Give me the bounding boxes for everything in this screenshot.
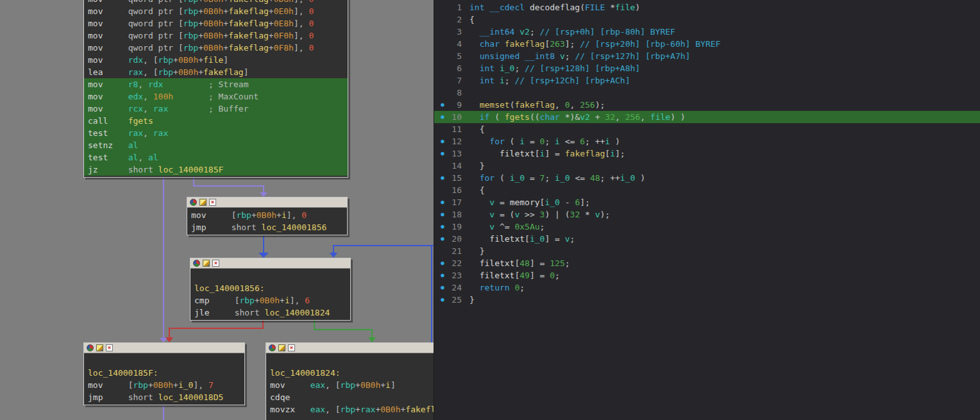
asm-line[interactable]: mov qword ptr [rbp+0B0h+fakeflag+0E8h], … — [84, 17, 348, 29]
node-color-icon[interactable] — [190, 199, 197, 206]
asm-node-init-i[interactable]: × mov [rbp+0B0h+i], 0jmp short loc_14000… — [187, 197, 348, 235]
node-edit-icon[interactable] — [96, 344, 103, 351]
asm-line[interactable]: cmp [rbp+0B0h+i], 6 — [190, 294, 350, 307]
asm-line[interactable]: mov rcx, rax ; Buffer — [84, 103, 348, 115]
pseudocode-text: } — [469, 160, 484, 172]
asm-node-loc-140001856[interactable]: × loc_140001856:cmp [rbp+0B0h+i], 6jle s… — [190, 258, 351, 321]
pseudocode-line[interactable]: ●17 v = memory[i_0 - 6]; — [434, 196, 980, 208]
pseudocode-view[interactable]: 1int __cdecl decodeflag(FILE *file)2{3 _… — [434, 0, 980, 420]
pseudocode-line[interactable]: 6 int i_0; // [rsp+128h] [rbp+A8h] — [434, 62, 980, 74]
node-chart-icon[interactable]: × — [106, 344, 113, 351]
node-color-icon[interactable] — [269, 344, 276, 351]
address-dot-empty — [439, 123, 446, 135]
asm-line[interactable]: loc_140001824: — [266, 367, 434, 379]
asm-line[interactable]: loc_14000185F: — [84, 367, 244, 379]
pseudocode-text: if ( fgets((char *)&v2 + 32, 256, file) … — [469, 111, 686, 123]
pseudocode-line[interactable]: 11 { — [434, 123, 980, 135]
pseudocode-text: return 0; — [469, 281, 525, 294]
pseudocode-line[interactable]: 5 unsigned __int8 v; // [rsp+127h] [rbp+… — [434, 50, 980, 62]
asm-line[interactable]: mov qword ptr [rbp+0B0h+fakeflag+0F8h], … — [84, 42, 348, 54]
pseudocode-text: filetxt[i] = fakeflag[i]; — [469, 147, 625, 160]
pseudocode-line[interactable]: 4 char fakeflag[263]; // [rsp+20h] [rbp-… — [434, 38, 980, 50]
asm-line[interactable]: mov qword ptr [rbp+0B0h+fakeflag+0D8h], … — [84, 0, 348, 5]
pseudocode-line[interactable]: 7 int i; // [rsp+12Ch] [rbp+ACh] — [434, 74, 980, 87]
line-number: 17 — [446, 196, 462, 208]
pseudocode-line[interactable]: ●22 filetxt[48] = 125; — [434, 257, 980, 269]
node-edit-icon[interactable] — [199, 199, 207, 206]
pseudocode-line[interactable]: ●18 v = (v >> 3) | (32 * v); — [434, 208, 980, 221]
asm-line[interactable]: jmp short loc_1400018D5 — [84, 391, 244, 403]
asm-line[interactable]: mov edx, 100h ; MaxCount — [84, 90, 348, 103]
graph-view[interactable]: mov qword ptr [rbp+0B0h+fakeflag+0D8h], … — [0, 0, 434, 420]
pseudocode-line[interactable]: 8 — [434, 87, 980, 99]
asm-line[interactable]: mov eax, [rbp+0B0h+i] — [266, 379, 434, 391]
asm-node-loc185f-body: loc_14000185F:mov [rbp+0B0h+i_0], 7jmp s… — [84, 353, 244, 405]
pseudocode-line[interactable]: ●25} — [434, 294, 980, 306]
asm-line[interactable]: mov [rbp+0B0h+i], 0 — [187, 209, 347, 221]
node-chart-icon[interactable]: × — [209, 199, 216, 206]
pseudocode-line[interactable]: ●12 for ( i = 0; i <= 6; ++i ) — [434, 135, 980, 147]
pseudocode-text: } — [469, 245, 484, 257]
pseudocode-text: { — [469, 123, 484, 135]
asm-line[interactable]: test rax, rax — [84, 127, 348, 139]
asm-line[interactable]: mov qword ptr [rbp+0B0h+fakeflag+0F0h], … — [84, 29, 348, 42]
asm-line[interactable]: cdqe — [266, 391, 434, 403]
asm-node-loc-140001824[interactable]: × loc_140001824:mov eax, [rbp+0B0h+i]cdq… — [266, 342, 434, 420]
node-chart-icon[interactable]: × — [288, 344, 295, 351]
address-dot-icon: ● — [439, 147, 446, 160]
asm-line[interactable]: mov r8, rdx ; Stream — [84, 78, 348, 90]
pseudocode-line[interactable]: ●19 v ^= 0x5Au; — [434, 221, 980, 233]
asm-line[interactable]: test al, al — [84, 151, 348, 164]
node-color-icon[interactable] — [87, 344, 94, 351]
pseudocode-line[interactable]: ●20 filetxt[i_0] = v; — [434, 233, 980, 245]
pseudocode-line[interactable]: ●23 filetxt[49] = 0; — [434, 269, 980, 281]
pseudocode-text: filetxt[48] = 125; — [469, 257, 570, 269]
asm-line[interactable]: loc_140001856: — [190, 282, 350, 294]
line-number: 7 — [446, 74, 462, 87]
asm-line[interactable]: jz short loc_14000185F — [84, 164, 348, 176]
pseudocode-line[interactable]: 1int __cdecl decodeflag(FILE *file) — [434, 1, 980, 13]
line-number: 1 — [446, 1, 462, 13]
line-number: 9 — [446, 99, 462, 111]
address-dot-icon: ● — [439, 99, 446, 111]
address-dot-icon: ● — [439, 257, 446, 269]
pseudocode-text: memset(fakeflag, 0, 256); — [469, 99, 605, 111]
asm-line[interactable]: movzx eax, [rbp+rax+0B0h+fakeflag] — [266, 403, 434, 416]
pseudocode-line[interactable]: ●13 filetxt[i] = fakeflag[i]; — [434, 147, 980, 160]
node-edit-icon[interactable] — [278, 344, 285, 351]
pseudocode-line[interactable]: 14 } — [434, 160, 980, 172]
asm-line[interactable] — [266, 355, 434, 367]
asm-line[interactable] — [190, 270, 350, 282]
pseudocode-line[interactable]: 3 __int64 v2; // [rsp+0h] [rbp-80h] BYRE… — [434, 26, 980, 38]
asm-line[interactable]: mov [rbp+0B0h+i_0], 7 — [84, 379, 244, 391]
pseudocode-text: int i_0; // [rsp+128h] [rbp+A8h] — [469, 62, 640, 74]
node-header: × — [266, 343, 434, 353]
pseudocode-line-current[interactable]: ●10 if ( fgets((char *)&v2 + 32, 256, fi… — [434, 111, 980, 123]
asm-line[interactable]: call fgets — [84, 115, 348, 127]
pseudocode-line[interactable]: ●15 for ( i_0 = 7; i_0 <= 48; ++i_0 ) — [434, 172, 980, 184]
asm-line[interactable]: mov rdx, [rbp+0B0h+file] — [84, 54, 348, 66]
pseudocode-text: v = (v >> 3) | (32 * v); — [469, 208, 610, 221]
pseudocode-line[interactable]: 21 } — [434, 245, 980, 257]
asm-node-loc-14000185F[interactable]: × loc_14000185F:mov [rbp+0B0h+i_0], 7jmp… — [83, 342, 245, 405]
edge-top-to-loc185f — [160, 178, 167, 342]
pseudocode-line[interactable]: 16 { — [434, 184, 980, 196]
asm-line[interactable]: jle short loc_140001824 — [190, 307, 350, 319]
node-chart-icon[interactable]: × — [212, 260, 219, 267]
address-dot-icon: ● — [439, 221, 446, 233]
pseudocode-line[interactable]: ●24 return 0; — [434, 281, 980, 294]
node-edit-icon[interactable] — [203, 260, 210, 267]
pseudocode-line[interactable]: 2{ — [434, 13, 980, 26]
asm-line[interactable]: lea rax, [rbp+0B0h+fakeflag] — [84, 66, 348, 78]
address-dot-icon: ● — [439, 172, 446, 184]
asm-node-entry[interactable]: mov qword ptr [rbp+0B0h+fakeflag+0D8h], … — [83, 0, 348, 178]
line-number: 12 — [446, 135, 462, 147]
pseudocode-line[interactable]: ●9 memset(fakeflag, 0, 256); — [434, 99, 980, 111]
asm-line[interactable]: mov qword ptr [rbp+0B0h+fakeflag+0E0h], … — [84, 5, 348, 17]
line-number: 18 — [446, 208, 462, 221]
asm-line[interactable]: jmp short loc_140001856 — [187, 221, 347, 233]
asm-line[interactable] — [84, 355, 244, 367]
node-color-icon[interactable] — [193, 260, 200, 267]
asm-line[interactable]: setnz al — [84, 139, 348, 151]
line-number: 4 — [446, 38, 462, 50]
